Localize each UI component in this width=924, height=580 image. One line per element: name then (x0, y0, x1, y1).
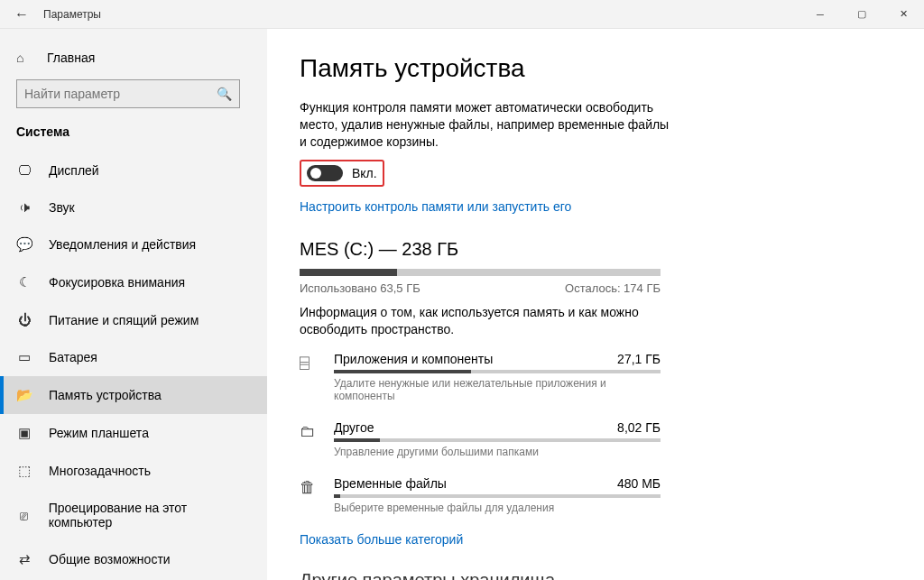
drive-free-label: Осталось: 174 ГБ (565, 281, 661, 295)
sidebar-item-label: Батарея (49, 350, 97, 364)
category-bar (334, 438, 661, 442)
battery-icon: ▭ (16, 349, 32, 365)
sidebar-item-display[interactable]: 🖵Дисплей (0, 152, 267, 189)
sidebar-item-label: Режим планшета (49, 426, 149, 440)
sidebar-item-shared[interactable]: ⇄Общие возможности (0, 540, 267, 578)
sidebar-item-label: Фокусировка внимания (49, 275, 185, 290)
category-sub: Выберите временные файлы для удаления (334, 502, 661, 514)
category-size: 27,1 ГБ (617, 352, 661, 366)
sidebar-home[interactable]: ⌂ Главная (0, 43, 267, 72)
sidebar-item-notify[interactable]: 💬Уведомления и действия (0, 226, 267, 263)
category-temp[interactable]: 🗑Временные файлы480 МБВыберите временные… (300, 476, 661, 514)
sidebar-item-label: Общие возможности (49, 552, 171, 566)
sidebar-item-storage[interactable]: 📂Память устройства (0, 376, 267, 414)
category-name: Приложения и компоненты (334, 352, 493, 366)
close-button[interactable]: ✕ (882, 0, 924, 29)
display-icon: 🖵 (16, 162, 32, 178)
storage-sense-toggle[interactable] (307, 165, 343, 181)
titlebar: ← Параметры ─ ▢ ✕ (0, 0, 924, 29)
power-icon: ⏻ (16, 312, 32, 327)
sidebar-item-multitask[interactable]: ⬚Многозадачность (0, 452, 267, 490)
category-apps[interactable]: ⌸Приложения и компоненты27,1 ГБУдалите н… (300, 352, 661, 402)
page-title: Память устройства (300, 54, 892, 83)
other-storage-heading: Другие параметры хранилища (300, 570, 892, 580)
category-name: Временные файлы (334, 476, 447, 491)
sidebar-item-battery[interactable]: ▭Батарея (0, 338, 267, 376)
drive-info-text: Информация о том, как используется памят… (300, 304, 661, 338)
project-icon: ⎚ (16, 508, 32, 523)
apps-icon: ⌸ (300, 352, 319, 373)
window-title: Параметры (43, 8, 799, 21)
category-name: Другое (334, 420, 374, 435)
sound-icon: 🕩 (16, 199, 32, 215)
category-bar (334, 494, 661, 498)
sidebar-item-tablet[interactable]: ▣Режим планшета (0, 414, 267, 452)
category-size: 8,02 ГБ (617, 420, 661, 435)
notify-icon: 💬 (16, 236, 32, 253)
sidebar-item-label: Дисплей (49, 163, 99, 178)
sidebar-item-label: Звук (49, 200, 75, 215)
sidebar-section-label: Система (0, 119, 267, 152)
storage-sense-toggle-row: Вкл. (300, 160, 384, 187)
category-bar (334, 370, 661, 373)
shared-icon: ⇄ (16, 551, 32, 567)
sidebar-item-focus[interactable]: ☾Фокусировка внимания (0, 263, 267, 301)
back-button[interactable]: ← (0, 6, 43, 23)
drive-used-label: Использовано 63,5 ГБ (300, 281, 420, 295)
sidebar-item-label: Питание и спящий режим (49, 313, 199, 327)
home-icon: ⌂ (16, 51, 32, 65)
category-sub: Управление другими большими папками (334, 446, 661, 458)
search-input[interactable] (24, 87, 217, 101)
tablet-icon: ▣ (16, 425, 32, 441)
storage-sense-description: Функция контроля памяти может автоматиче… (300, 99, 679, 151)
sidebar-item-power[interactable]: ⏻Питание и спящий режим (0, 301, 267, 338)
configure-storage-sense-link[interactable]: Настроить контроль памяти или запустить … (300, 199, 892, 214)
category-other[interactable]: 🗀Другое8,02 ГБУправление другими большим… (300, 420, 661, 458)
sidebar-item-label: Проецирование на этот компьютер (49, 501, 251, 529)
sidebar-item-sound[interactable]: 🕩Звук (0, 189, 267, 226)
temp-icon: 🗑 (300, 476, 319, 497)
sidebar-item-label: Уведомления и действия (49, 237, 196, 252)
category-size: 480 МБ (617, 476, 661, 491)
sidebar: ⌂ Главная 🔍 Система 🖵Дисплей🕩Звук💬Уведом… (0, 29, 267, 580)
multitask-icon: ⬚ (16, 463, 32, 479)
search-input-wrapper[interactable]: 🔍 (16, 79, 240, 108)
other-icon: 🗀 (300, 420, 319, 441)
maximize-button[interactable]: ▢ (841, 0, 882, 29)
show-more-categories-link[interactable]: Показать больше категорий (300, 532, 892, 547)
drive-title: MES (C:) — 238 ГБ (300, 239, 892, 260)
search-icon: 🔍 (217, 87, 232, 101)
toggle-label: Вкл. (352, 166, 377, 180)
category-sub: Удалите ненужные или нежелательные прило… (334, 377, 661, 402)
content-pane: Память устройства Функция контроля памят… (267, 29, 924, 580)
home-label: Главная (47, 51, 95, 65)
sidebar-item-project[interactable]: ⎚Проецирование на этот компьютер (0, 490, 267, 540)
storage-icon: 📂 (16, 387, 32, 403)
drive-usage-bar (300, 269, 661, 276)
minimize-button[interactable]: ─ (799, 0, 841, 29)
focus-icon: ☾ (16, 274, 32, 290)
sidebar-item-label: Многозадачность (49, 464, 151, 478)
sidebar-item-label: Память устройства (49, 388, 162, 402)
